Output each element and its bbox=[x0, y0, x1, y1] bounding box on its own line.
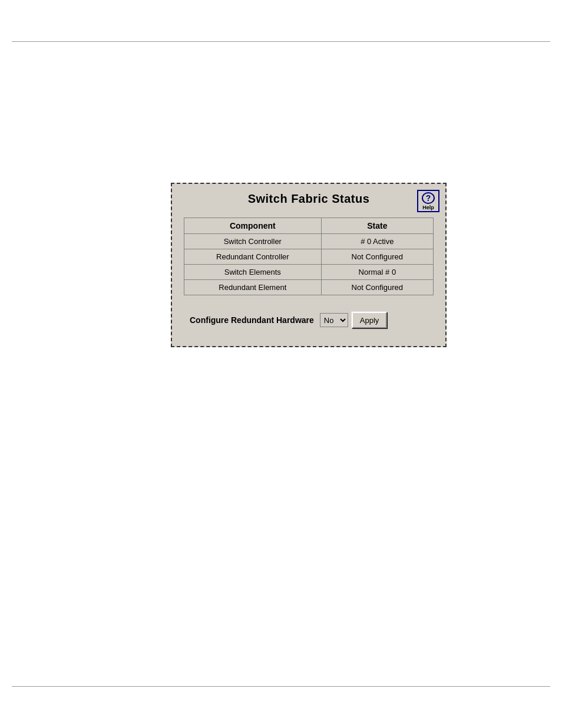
dialog-body: Component State Switch Controller# 0 Act… bbox=[172, 212, 445, 346]
cell-state-2: Normal # 0 bbox=[321, 265, 433, 280]
table-row: Redundant ControllerNot Configured bbox=[184, 249, 434, 265]
table-row: Redundant ElementNot Configured bbox=[184, 280, 434, 295]
cell-component-1: Redundant Controller bbox=[184, 249, 322, 265]
apply-button[interactable]: Apply bbox=[352, 312, 388, 328]
top-rule bbox=[12, 41, 550, 42]
status-table-wrapper: Component State Switch Controller# 0 Act… bbox=[184, 218, 434, 295]
help-label: Help bbox=[422, 205, 434, 210]
cell-component-3: Redundant Element bbox=[184, 280, 322, 295]
configure-dropdown[interactable]: NoYes bbox=[320, 313, 348, 327]
column-header-component: Component bbox=[184, 218, 322, 234]
cell-state-1: Not Configured bbox=[321, 249, 433, 265]
dialog-header: Switch Fabric Status ? Help bbox=[172, 184, 445, 212]
table-row: Switch ElementsNormal # 0 bbox=[184, 265, 434, 280]
cell-state-3: Not Configured bbox=[321, 280, 433, 295]
bottom-rule bbox=[12, 686, 550, 687]
help-button[interactable]: ? Help bbox=[417, 190, 439, 212]
column-header-state: State bbox=[321, 218, 433, 234]
cell-state-0: # 0 Active bbox=[321, 234, 433, 249]
cell-component-2: Switch Elements bbox=[184, 265, 322, 280]
bottom-bar: Configure Redundant Hardware NoYes Apply bbox=[184, 306, 434, 337]
help-icon: ? bbox=[422, 192, 435, 204]
cell-component-0: Switch Controller bbox=[184, 234, 322, 249]
dialog-title: Switch Fabric Status bbox=[248, 192, 370, 206]
configure-label: Configure Redundant Hardware bbox=[190, 315, 314, 325]
status-table: Component State Switch Controller# 0 Act… bbox=[184, 218, 434, 295]
switch-fabric-dialog: Switch Fabric Status ? Help Component St… bbox=[171, 183, 447, 347]
table-row: Switch Controller# 0 Active bbox=[184, 234, 434, 249]
